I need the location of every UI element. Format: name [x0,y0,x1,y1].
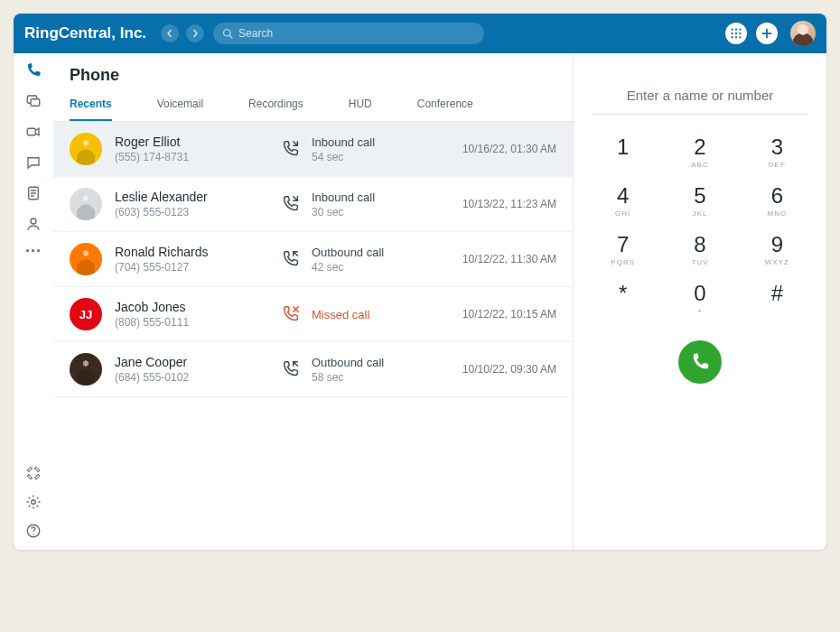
call-row[interactable]: Leslie Alexander(603) 555-0123Inbound ca… [53,177,573,232]
svg-point-10 [739,36,741,38]
call-row[interactable]: JJJacob Jones(808) 555-0111Missed call10… [53,287,573,342]
call-timestamp: 10/12/22, 10:15 AM [430,308,556,321]
svg-point-0 [224,30,231,37]
profile-avatar[interactable] [790,21,816,46]
key-letters: TUV [677,258,722,266]
dialpad-key-#[interactable]: # [755,283,799,315]
dialpad-icon [730,27,742,40]
dialpad-key-9[interactable]: 9WXYZ [755,234,799,266]
contact-name: Jane Cooper [115,355,268,369]
call-timestamp: 10/10/22, 09:30 AM [430,363,556,376]
key-letters: JKL [677,209,722,218]
dialpad: 12ABC3DEF4GHI5JKL6MNO7PQRS8TUV9WXYZ*0+# [601,136,799,315]
dialpad-key-3[interactable]: 3DEF [755,136,799,169]
svg-point-5 [731,33,733,34]
svg-rect-12 [31,99,40,107]
tab-voicemail[interactable]: Voicemail [157,92,203,121]
call-row[interactable]: Roger Elliot(555) 174-8731Inbound call54… [53,122,573,177]
dialpad-key-7[interactable]: 7PQRS [601,234,645,266]
call-list: Roger Elliot(555) 174-8731Inbound call54… [53,122,573,550]
key-letters: WXYZ [755,258,799,266]
svg-line-1 [229,35,232,38]
contact-number: (808) 555-0111 [115,316,268,329]
nav-apps-icon[interactable] [25,465,42,481]
dialpad-key-1[interactable]: 1 [601,136,645,169]
search-input[interactable]: Search [213,23,484,44]
phone-tabs: RecentsVoicemailRecordingsHUDConference [53,92,573,122]
search-placeholder: Search [238,27,273,40]
contact-name: Leslie Alexander [115,190,268,204]
svg-point-3 [735,28,737,30]
svg-point-21 [33,534,34,535]
dialpad-key-4[interactable]: 4GHI [601,185,645,218]
call-row[interactable]: Ronald Richards(704) 555-0127Outbound ca… [53,232,573,287]
call-timestamp: 10/13/22, 11:23 AM [430,198,556,210]
tab-recordings[interactable]: Recordings [248,92,303,121]
tab-hud[interactable]: HUD [349,92,372,121]
call-row[interactable]: Jane Cooper(684) 555-0102Outbound call58… [53,342,573,397]
nav-help-icon[interactable] [25,523,42,539]
tab-conference[interactable]: Conference [417,92,473,121]
svg-point-9 [735,36,737,38]
call-type: Inbound call [312,135,375,149]
nav-chat-icon[interactable] [25,93,42,109]
key-digit: 0 [677,283,722,304]
call-direction-icon [281,249,301,269]
nav-video-icon[interactable] [25,124,42,140]
svg-point-19 [32,500,36,505]
contact-avatar [70,188,102,220]
key-letters [601,161,645,169]
svg-point-2 [731,28,733,30]
call-button[interactable] [678,340,722,384]
nav-message-icon[interactable] [25,154,42,171]
dialpad-key-6[interactable]: 6MNO [755,185,799,218]
add-button[interactable] [756,23,778,44]
call-direction-icon [281,304,301,324]
key-digit: * [601,283,645,304]
app-window: RingCentral, Inc. Search [14,14,826,550]
key-letters [755,307,799,315]
contact-avatar [70,353,102,386]
svg-point-6 [735,33,737,34]
contact-avatar [70,243,102,275]
tab-recents[interactable]: Recents [70,92,112,121]
nav-phone-icon[interactable] [25,62,42,79]
phone-panel: Phone RecentsVoicemailRecordingsHUDConfe… [53,53,574,550]
call-duration: 42 sec [312,261,384,274]
key-letters: GHI [601,209,645,218]
call-timestamp: 10/16/22, 01:30 AM [430,143,556,155]
call-type: Outbound call [312,246,384,259]
nav-tasks-icon[interactable] [25,185,42,201]
svg-point-18 [31,218,36,224]
key-digit: 5 [677,185,722,207]
svg-point-7 [739,33,741,34]
call-type: Inbound call [312,191,375,204]
dialpad-key-0[interactable]: 0+ [677,283,722,315]
nav-forward-button[interactable] [186,24,204,42]
nav-settings-icon[interactable] [25,494,42,510]
nav-more-icon[interactable]: ··· [25,246,42,256]
dialpad-key-2[interactable]: 2ABC [677,136,722,169]
contact-number: (555) 174-8731 [115,151,268,163]
phone-icon [690,352,710,372]
search-icon [222,28,233,39]
key-letters: ABC [677,161,722,169]
contact-number: (684) 555-0102 [115,371,268,384]
dialpad-header-button[interactable] [725,23,747,44]
dialer-panel: Enter a name or number 12ABC3DEF4GHI5JKL… [574,53,826,550]
dialpad-key-*[interactable]: * [601,283,645,315]
dialpad-key-8[interactable]: 8TUV [677,234,722,266]
dialer-input[interactable]: Enter a name or number [592,70,808,115]
key-digit: 7 [601,234,645,256]
dialpad-key-5[interactable]: 5JKL [677,185,722,218]
key-digit: 1 [601,136,645,158]
app-header: RingCentral, Inc. Search [14,14,826,53]
key-digit: 4 [601,185,645,207]
contact-avatar: JJ [70,298,102,330]
key-digit: 2 [677,136,722,158]
svg-point-8 [731,36,733,38]
nav-back-button[interactable] [161,24,179,42]
key-digit: 6 [755,185,799,207]
call-direction-icon [281,359,301,379]
nav-contacts-icon[interactable] [25,216,42,232]
